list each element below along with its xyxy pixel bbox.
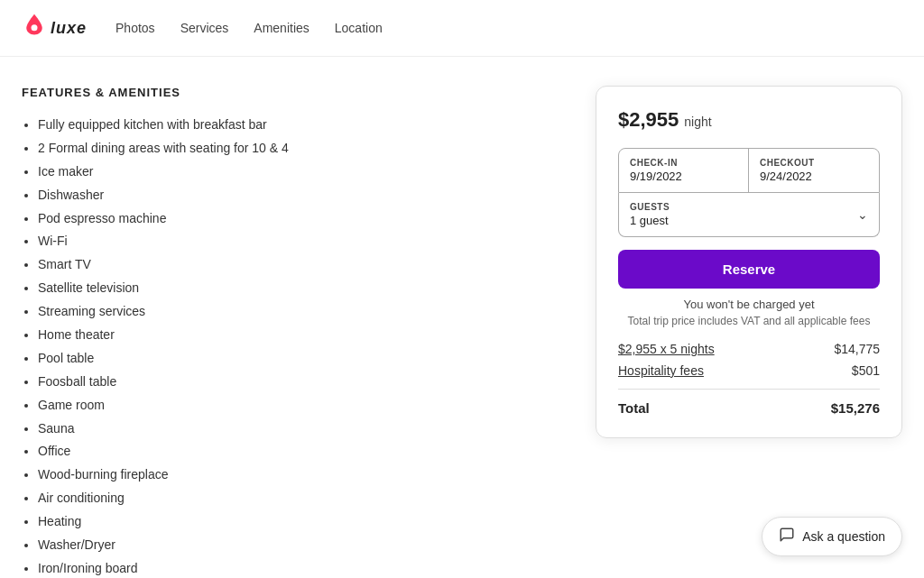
- main-content: FEATURES & AMENITIES Fully equipped kitc…: [0, 57, 924, 578]
- checkin-value: 9/19/2022: [630, 170, 737, 183]
- total-label: Total: [618, 400, 650, 416]
- list-item: Pod espresso machine: [38, 207, 567, 231]
- list-item: Pool table: [38, 347, 567, 371]
- list-item: Air conditioning: [38, 487, 567, 510]
- guests-row[interactable]: GUESTS 1 guest ⌄: [618, 193, 880, 237]
- chat-icon: [779, 527, 795, 546]
- fee-nights-label: $2,955 x 5 nights: [618, 342, 715, 356]
- nav-photos[interactable]: Photos: [116, 21, 155, 35]
- ask-question-button[interactable]: Ask a question: [762, 517, 902, 556]
- dates-row: CHECK-IN 9/19/2022 CHECKOUT 9/24/2022: [618, 148, 880, 193]
- list-item: Smart TV: [38, 253, 567, 277]
- fee-row-nights: $2,955 x 5 nights $14,775: [618, 342, 880, 356]
- logo-text: luxe: [51, 19, 87, 38]
- list-item: Streaming services: [38, 300, 567, 324]
- site-header: luxe Photos Services Amenities Location: [0, 0, 924, 57]
- ask-question-label: Ask a question: [802, 529, 885, 544]
- logo[interactable]: luxe: [22, 13, 87, 43]
- guests-label: GUESTS: [630, 202, 670, 212]
- right-column: $2,955 night CHECK-IN 9/19/2022 CHECKOUT…: [596, 86, 902, 578]
- list-item: Game room: [38, 394, 567, 417]
- total-value: $15,276: [831, 400, 880, 416]
- checkin-box[interactable]: CHECK-IN 9/19/2022: [619, 149, 749, 192]
- list-item: Wi-Fi: [38, 230, 567, 253]
- price-amount: $2,955: [618, 108, 679, 132]
- reserve-button[interactable]: Reserve: [618, 250, 880, 289]
- nav-location[interactable]: Location: [335, 21, 383, 35]
- features-section-title: FEATURES & AMENITIES: [22, 86, 567, 99]
- fee-row-hospitality: Hospitality fees $501: [618, 363, 880, 378]
- list-item: Iron/Ironing board: [38, 557, 567, 578]
- list-item: 2 Formal dining areas with seating for 1…: [38, 137, 567, 161]
- checkout-value: 9/24/2022: [760, 170, 868, 183]
- main-nav: Photos Services Amenities Location: [116, 21, 383, 35]
- svg-point-0: [32, 24, 38, 31]
- fee-hospitality-label: Hospitality fees: [618, 363, 704, 378]
- list-item: Ice maker: [38, 161, 567, 184]
- total-message: Total trip price includes VAT and all ap…: [618, 315, 880, 327]
- checkin-label: CHECK-IN: [630, 158, 737, 168]
- nav-services[interactable]: Services: [180, 21, 229, 35]
- list-item: Sauna: [38, 417, 567, 441]
- price-night: night: [684, 115, 711, 129]
- checkout-label: CHECKOUT: [760, 158, 868, 168]
- guests-value: 1 guest: [630, 214, 670, 227]
- list-item: Home theater: [38, 324, 567, 347]
- list-item: Heating: [38, 510, 567, 534]
- guests-info: GUESTS 1 guest: [630, 202, 670, 227]
- fee-hospitality-value: $501: [852, 363, 880, 378]
- checkout-box[interactable]: CHECKOUT 9/24/2022: [749, 149, 879, 192]
- list-item: Office: [38, 440, 567, 463]
- amenities-list: Fully equipped kitchen with breakfast ba…: [22, 114, 567, 578]
- list-item: Wood-burning fireplace: [38, 463, 567, 487]
- ask-question-wrapper: Ask a question: [762, 517, 902, 556]
- price-row: $2,955 night: [618, 108, 880, 132]
- list-item: Foosball table: [38, 371, 567, 394]
- divider: [618, 389, 880, 390]
- no-charge-text: You won't be charged yet: [618, 298, 880, 311]
- booking-card: $2,955 night CHECK-IN 9/19/2022 CHECKOUT…: [596, 86, 902, 438]
- airbnb-logo-icon: [22, 13, 47, 43]
- chevron-down-icon: ⌄: [857, 207, 868, 222]
- list-item: Washer/Dryer: [38, 534, 567, 557]
- list-item: Fully equipped kitchen with breakfast ba…: [38, 114, 567, 137]
- nav-amenities[interactable]: Amenities: [254, 21, 309, 35]
- total-row: Total $15,276: [618, 400, 880, 416]
- list-item: Dishwasher: [38, 184, 567, 207]
- list-item: Satellite television: [38, 277, 567, 300]
- left-column: FEATURES & AMENITIES Fully equipped kitc…: [22, 86, 567, 578]
- fee-nights-value: $14,775: [834, 342, 880, 356]
